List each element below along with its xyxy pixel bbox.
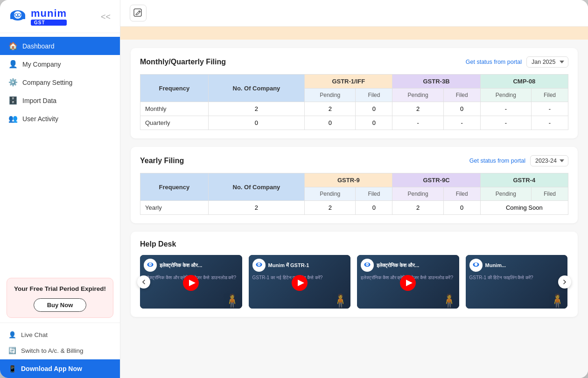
yrow1-gstr9-filed: 0 xyxy=(356,201,392,215)
database-icon: 🗄️ xyxy=(8,96,18,105)
yrow1-no-company: 2 xyxy=(208,201,304,215)
buy-now-button[interactable]: Buy Now xyxy=(34,298,87,312)
monthly-filing-card: Monthly/Quarterly Filing Get status from… xyxy=(131,48,578,138)
sidebar-item-import-data[interactable]: 🗄️ Import Data xyxy=(0,91,120,110)
row2-frequency: Quarterly xyxy=(140,116,209,130)
content-area: Monthly/Quarterly Filing Get status from… xyxy=(120,40,588,378)
trial-title: Your Free Trial Period Expired! xyxy=(14,285,106,294)
row1-gstr1-filed: 0 xyxy=(356,102,392,116)
row2-gstr3b-pending: - xyxy=(392,116,443,130)
gstr3b-pending-header: Pending xyxy=(392,89,443,102)
row1-frequency: Monthly xyxy=(140,102,209,116)
table-row: Quarterly 0 0 0 - - - - xyxy=(140,116,568,130)
gstr9c-filed-header: Filed xyxy=(443,187,480,201)
download-icon: 📱 xyxy=(8,365,16,372)
settings-icon: ⚙️ xyxy=(8,78,18,87)
video-item-2[interactable]: Munim में GSTR-1 GSTR-1 का नई हिटेन फाइल… xyxy=(249,255,351,309)
sidebar-item-dashboard[interactable]: 🏠 Dashboard xyxy=(0,37,120,55)
ycol-frequency: Frequency xyxy=(140,173,209,201)
live-chat-item[interactable]: 👤 Live Chat xyxy=(0,327,120,343)
sidebar-item-label-my-company: My Company xyxy=(22,61,61,68)
monthly-get-status-link[interactable]: Get status from portal xyxy=(466,59,522,65)
play-icon-2 xyxy=(291,275,308,291)
logo-text: munim GST xyxy=(31,8,67,26)
download-app-button[interactable]: 📱 Download App Now xyxy=(0,359,120,378)
video-item-4[interactable]: Munim... GSTR-1 की हिटेन फाइलिंग कैसे कर… xyxy=(466,255,568,309)
col-gstr3b: GSTR-3B xyxy=(392,75,480,89)
row1-gstr3b-pending: 2 xyxy=(392,102,443,116)
download-label: Download App Now xyxy=(21,365,82,372)
gstr4-pending-header: Pending xyxy=(480,187,531,201)
sidebar-item-label-user-activity: User Activity xyxy=(22,115,58,123)
yearly-filing-table: Frequency No. Of Company GSTR-9 GSTR-9C … xyxy=(140,173,568,215)
video2-title: Munim में GSTR-1 xyxy=(268,262,309,268)
yearly-get-status-link[interactable]: Get status from portal xyxy=(469,158,525,164)
video-grid: इलेक्ट्रोनिक केश और... इलेक्ट्रॉनिक कैश … xyxy=(140,255,568,309)
monthly-filing-controls: Get status from portal Jan 2025 Feb 2025… xyxy=(466,56,568,68)
ycol-gstr9c: GSTR-9C xyxy=(392,173,480,187)
person-figure-3: 🧍 xyxy=(441,293,457,309)
col-cmp08: CMP-08 xyxy=(480,75,568,89)
monthly-filing-header: Monthly/Quarterly Filing Get status from… xyxy=(140,56,568,68)
company-icon: 👤 xyxy=(8,60,18,69)
video-item-3[interactable]: इलेक्ट्रोनिक केश और... इलेक्ट्रॉनिक कैश … xyxy=(357,255,459,309)
row1-gstr3b-filed: 0 xyxy=(443,102,480,116)
promo-banner xyxy=(120,27,588,40)
help-desk-title: Help Desk xyxy=(140,240,568,248)
yearly-filing-controls: Get status from portal 2023-24 2022-23 2… xyxy=(469,155,568,166)
gstr4-filed-header: Filed xyxy=(531,187,568,201)
top-bar xyxy=(120,0,588,27)
logo: munim GST xyxy=(7,7,67,27)
svg-point-31 xyxy=(474,263,477,266)
person-figure-4: 🧍 xyxy=(549,293,566,309)
app-name: munim xyxy=(31,8,67,19)
row2-cmp08-pending: - xyxy=(480,116,531,130)
row2-gstr3b-filed: - xyxy=(443,116,480,130)
gstr9-pending-header: Pending xyxy=(305,187,356,201)
row1-cmp08-pending: - xyxy=(480,102,531,116)
yrow1-gstr9c-filed: 0 xyxy=(443,201,480,215)
sidebar-logo-area: munim GST << xyxy=(0,0,120,33)
ycol-gstr4: GSTR-4 xyxy=(480,173,568,187)
person-figure-2: 🧍 xyxy=(332,293,349,309)
col-gstr1: GSTR-1/IFF xyxy=(305,75,392,89)
gstr1-pending-header: Pending xyxy=(305,89,356,102)
switch-billing-item[interactable]: 🔄 Switch to A/c. & Billing xyxy=(0,343,120,358)
sidebar-item-my-company[interactable]: 👤 My Company xyxy=(0,55,120,73)
collapse-sidebar-button[interactable]: << xyxy=(99,10,112,24)
sidebar-item-company-setting[interactable]: ⚙️ Company Setting xyxy=(0,73,120,91)
switch-billing-label: Switch to A/c. & Billing xyxy=(21,347,84,354)
sidebar-item-label-dashboard: Dashboard xyxy=(22,42,55,50)
video4-title: Munim... xyxy=(485,262,506,268)
yearly-filing-card: Yearly Filing Get status from portal 202… xyxy=(131,147,578,223)
monthly-filing-table: Frequency No. Of Company GSTR-1/IFF GSTR… xyxy=(140,74,568,130)
live-chat-icon: 👤 xyxy=(8,331,16,338)
help-desk-card: Help Desk xyxy=(131,232,578,317)
video-next-button[interactable] xyxy=(558,275,571,289)
yrow1-frequency: Yearly xyxy=(140,201,209,215)
sidebar-bottom: 👤 Live Chat 🔄 Switch to A/c. & Billing 📱… xyxy=(0,323,120,378)
edit-icon-button[interactable] xyxy=(130,5,147,21)
nav-menu: 🏠 Dashboard 👤 My Company ⚙️ Company Sett… xyxy=(0,33,120,273)
cmp08-pending-header: Pending xyxy=(480,89,531,102)
video1-logo xyxy=(144,259,157,272)
row2-no-company: 0 xyxy=(208,116,304,130)
sidebar: munim GST << 🏠 Dashboard 👤 My Company ⚙️… xyxy=(0,0,120,378)
video-container: इलेक्ट्रोनिक केश और... इलेक्ट्रॉनिक कैश … xyxy=(140,255,568,309)
live-chat-label: Live Chat xyxy=(21,331,48,338)
ycol-gstr9: GSTR-9 xyxy=(305,173,392,187)
video-item-1[interactable]: इलेक्ट्रोनिक केश और... इलेक्ट्रॉनिक कैश … xyxy=(140,255,242,309)
trial-box: Your Free Trial Period Expired! Buy Now xyxy=(7,278,113,318)
monthly-period-select[interactable]: Jan 2025 Feb 2025 Dec 2024 xyxy=(526,56,568,68)
yrow1-gstr9-pending: 2 xyxy=(305,201,356,215)
ycol-no-of-company: No. Of Company xyxy=(208,173,304,201)
play-icon-3 xyxy=(399,275,416,291)
yearly-period-select[interactable]: 2023-24 2022-23 2021-22 xyxy=(530,155,568,166)
row1-no-company: 2 xyxy=(208,102,304,116)
row2-gstr1-pending: 0 xyxy=(305,116,356,130)
col-no-of-company: No. Of Company xyxy=(208,75,304,102)
sidebar-item-user-activity[interactable]: 👥 User Activity xyxy=(0,110,120,128)
sidebar-item-label-import-data: Import Data xyxy=(22,97,56,104)
home-icon: 🏠 xyxy=(8,41,18,50)
video-prev-button[interactable] xyxy=(137,275,150,289)
